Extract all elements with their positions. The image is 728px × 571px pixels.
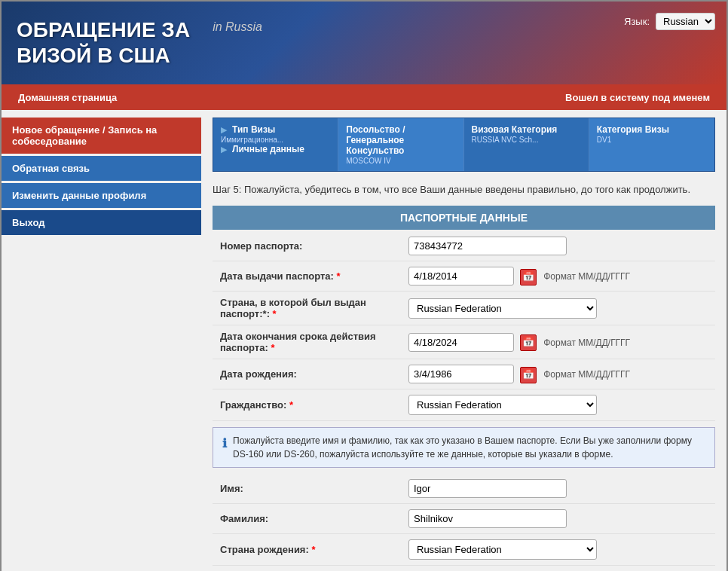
wizard-step-embassy-sub: MOSCOW IV <box>346 157 390 165</box>
calendar-icon[interactable] <box>520 367 537 383</box>
content-area: ▶ Тип Визы Иммиграционна... ▶ Личные дан… <box>201 110 726 571</box>
passport-country-label: Страна, в которой был выдан паспорт:*: * <box>213 292 401 325</box>
gender-cell: Мужской Женский <box>401 566 715 571</box>
table-row: Дата выдачи паспорта: * Формат ММ/ДД/ГГГ… <box>213 261 715 292</box>
wizard-step-visa-category-title: Визовая Категория <box>472 124 558 135</box>
table-row: Номер паспорта: <box>213 231 715 261</box>
table-row: Фамилия: <box>213 504 715 534</box>
citizenship-cell: Russian Federation <box>401 389 715 421</box>
passport-issue-date-cell: Формат ММ/ДД/ГГГГ <box>401 261 715 292</box>
birth-country-label: Страна рождения: * <box>213 534 401 566</box>
info-icon: ℹ <box>222 435 227 461</box>
info-box: ℹ Пожалуйста введите имя и фамилию, так … <box>213 427 715 468</box>
passport-country-cell: Russian Federation <box>401 292 715 325</box>
passport-number-cell <box>401 231 715 261</box>
last-name-label: Фамилия: <box>213 504 401 534</box>
table-row: Страна рождения: * Russian Federation <box>213 534 715 566</box>
passport-country-select[interactable]: Russian Federation <box>408 298 597 319</box>
wizard-step-embassy[interactable]: Посольство / Генеральное Консульство MOS… <box>338 118 463 171</box>
wizard-step-visa-cat-detail-title: Категория Визы <box>597 124 669 135</box>
birth-date-label: Дата рождения: <box>213 359 401 389</box>
table-row: Пол: * Мужской Женский <box>213 566 715 571</box>
passport-expiry-cell: Формат ММ/ДД/ГГГГ <box>401 325 715 359</box>
step-instruction: Шаг 5: Пожалуйста, убедитесь в том, что … <box>213 183 715 197</box>
passport-section-header: ПАСПОРТНЫЕ ДАННЫЕ <box>213 206 715 230</box>
sidebar: Новое обращение / Запись на собеседовани… <box>2 110 201 571</box>
last-name-input[interactable] <box>408 509 567 528</box>
passport-number-label: Номер паспорта: <box>213 231 401 261</box>
citizenship-label: Гражданство: * <box>213 389 401 421</box>
calendar-icon[interactable] <box>520 334 537 351</box>
language-select[interactable]: Russian English <box>656 13 715 30</box>
nav-bar: Домашняя страница Вошел в систему под им… <box>2 84 726 110</box>
passport-issue-date-label: Дата выдачи паспорта: * <box>213 261 401 292</box>
wizard-steps: ▶ Тип Визы Иммиграционна... ▶ Личные дан… <box>213 118 715 172</box>
header-subtitle: in Russia <box>213 20 262 34</box>
wizard-step-visa-category[interactable]: Визовая Категория RUSSIA NVC Sch... <box>464 118 589 171</box>
wizard-step-visa-type-sub: Иммиграционна... <box>221 136 283 144</box>
table-row: Имя: <box>213 474 715 504</box>
table-row: Гражданство: * Russian Federation <box>213 389 715 421</box>
passport-form-table: Номер паспорта: Дата выдачи паспорта: * … <box>213 231 715 421</box>
birth-date-cell: Формат ММ/ДД/ГГГГ <box>401 359 715 389</box>
first-name-cell <box>401 474 715 504</box>
citizenship-select[interactable]: Russian Federation <box>408 395 597 415</box>
wizard-step-visa-type-title: Тип Визы <box>232 124 275 135</box>
main-layout: Новое обращение / Запись на собеседовани… <box>2 110 726 571</box>
header: ОБРАЩЕНИЕ ЗА ВИЗОЙ В США in Russia Язык:… <box>2 2 726 84</box>
nav-home-link[interactable]: Домашняя страница <box>9 87 126 108</box>
calendar-icon[interactable] <box>520 269 537 286</box>
language-label: Язык: <box>624 16 650 27</box>
table-row: Страна, в которой был выдан паспорт:*: *… <box>213 292 715 325</box>
table-row: Дата рождения: Формат ММ/ДД/ГГГГ <box>213 359 715 389</box>
required-star: * <box>271 342 274 353</box>
first-name-input[interactable] <box>408 479 567 498</box>
birth-date-input[interactable] <box>408 365 514 383</box>
wizard-step-visa-type[interactable]: ▶ Тип Визы Иммиграционна... ▶ Личные дан… <box>213 118 338 171</box>
info-text: Пожалуйста введите имя и фамилию, так ка… <box>233 434 705 461</box>
passport-number-input[interactable] <box>408 237 567 255</box>
sidebar-item-edit-profile[interactable]: Изменить данные профиля <box>2 183 201 208</box>
date-format-hint: Формат ММ/ДД/ГГГГ <box>543 271 630 282</box>
wizard-arrow-1: ▶ <box>221 125 227 134</box>
first-name-label: Имя: <box>213 474 401 504</box>
table-row: Дата окончания срока действия паспорта: … <box>213 325 715 359</box>
last-name-cell <box>401 504 715 534</box>
wizard-step-personal-title: Личные данные <box>232 144 304 154</box>
passport-issue-date-input[interactable] <box>408 267 514 286</box>
required-star: * <box>289 399 293 411</box>
required-star: * <box>273 308 277 319</box>
wizard-step-visa-category-sub: RUSSIA NVC Sch... <box>472 136 539 144</box>
wizard-step-embassy-title: Посольство / Генеральное Консульство <box>346 124 405 156</box>
date-format-hint: Формат ММ/ДД/ГГГГ <box>543 369 630 380</box>
gender-label: Пол: * <box>213 566 401 571</box>
nav-user-info: Вошел в систему под именем <box>556 87 719 108</box>
sidebar-item-new-application[interactable]: Новое обращение / Запись на собеседовани… <box>2 118 201 154</box>
sidebar-item-feedback[interactable]: Обратная связь <box>2 156 201 181</box>
language-selector-container: Язык: Russian English <box>624 13 715 30</box>
wizard-arrow-2: ▶ <box>221 145 227 154</box>
passport-expiry-label: Дата окончания срока действия паспорта: … <box>213 325 401 359</box>
wizard-step-visa-cat-detail-sub: DV1 <box>597 136 611 144</box>
birth-country-select[interactable]: Russian Federation <box>408 539 597 560</box>
birth-country-cell: Russian Federation <box>401 534 715 566</box>
required-star: * <box>337 270 341 282</box>
date-format-hint: Формат ММ/ДД/ГГГГ <box>543 337 630 348</box>
header-title-line1: ОБРАЩЕНИЕ ЗА <box>17 17 190 43</box>
passport-expiry-input[interactable] <box>408 333 514 352</box>
sidebar-item-logout[interactable]: Выход <box>2 210 201 235</box>
header-title-line2: ВИЗОЙ В США <box>17 43 190 69</box>
personal-form-table: Имя: Фамилия: Страна рождения: * <box>213 474 715 571</box>
wizard-step-visa-cat-detail[interactable]: Категория Визы DV1 <box>589 118 714 171</box>
required-star: * <box>311 544 315 555</box>
